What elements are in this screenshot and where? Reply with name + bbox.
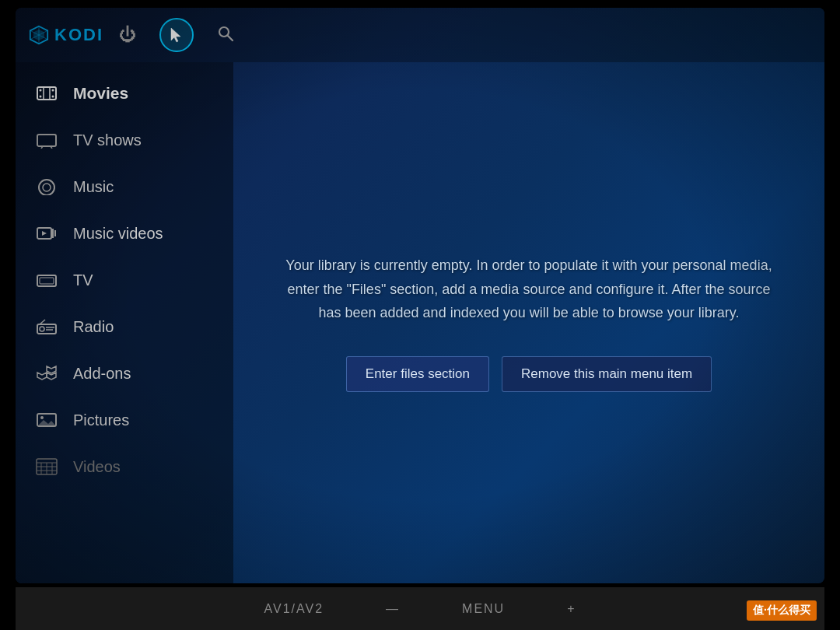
kodi-logo-icon	[28, 24, 50, 46]
movies-icon	[34, 81, 59, 106]
tv-btn-menu[interactable]: MENU	[462, 602, 505, 616]
music-icon	[34, 174, 59, 199]
videos-icon	[34, 454, 59, 479]
svg-point-10	[40, 96, 42, 98]
svg-marker-30	[37, 420, 56, 426]
cursor-icon	[168, 26, 185, 44]
svg-point-11	[52, 89, 54, 92]
tv-shows-label: TV shows	[73, 131, 142, 149]
sidebar-item-tv-shows[interactable]: TV shows	[16, 117, 233, 163]
movies-label: Movies	[73, 84, 128, 103]
radio-label: Radio	[73, 318, 114, 336]
action-buttons-container: Enter files section Remove this main men…	[346, 356, 712, 392]
sidebar-item-music[interactable]: Music	[16, 163, 233, 210]
tv-bottom-bar: AV1/AV2 — MENU +	[16, 587, 824, 630]
svg-point-12	[52, 96, 54, 98]
svg-rect-15	[37, 135, 56, 146]
svg-rect-23	[40, 278, 54, 284]
sidebar-item-radio[interactable]: Radio	[16, 303, 233, 350]
kodi-text: KODI	[54, 25, 103, 45]
tv-btn-plus[interactable]: +	[567, 602, 576, 616]
top-icons: ⏻	[119, 18, 234, 52]
remove-menu-item-button[interactable]: Remove this main menu item	[502, 356, 712, 392]
tv-shows-icon	[34, 128, 59, 152]
library-empty-message: Your library is currently empty. In orde…	[280, 254, 778, 325]
tv-icon	[34, 268, 59, 292]
pictures-icon	[34, 408, 59, 432]
sidebar-item-movies[interactable]: Movies	[16, 70, 233, 117]
screen: KODI ⏻	[16, 8, 824, 583]
kodi-logo: KODI	[28, 24, 103, 46]
home-button[interactable]	[159, 18, 194, 52]
sidebar-item-videos[interactable]: Videos	[16, 443, 233, 490]
videos-label: Videos	[73, 458, 121, 476]
sidebar: Movies TV shows	[16, 62, 233, 583]
main-content: Movies TV shows	[16, 62, 824, 583]
tv-label: TV	[73, 271, 93, 289]
tv-btn-av[interactable]: AV1/AV2	[264, 602, 324, 616]
svg-line-7	[228, 35, 233, 40]
music-label: Music	[73, 178, 114, 196]
top-bar: KODI ⏻	[16, 8, 824, 62]
pictures-label: Pictures	[73, 411, 129, 429]
svg-point-25	[40, 327, 44, 331]
radio-icon	[34, 314, 59, 339]
enter-files-button[interactable]: Enter files section	[346, 356, 489, 392]
svg-marker-5	[171, 28, 180, 42]
sidebar-item-tv[interactable]: TV	[16, 257, 233, 303]
content-area: Your library is currently empty. In orde…	[233, 62, 824, 583]
music-videos-icon	[34, 221, 59, 246]
svg-rect-22	[37, 275, 56, 286]
power-button[interactable]: ⏻	[119, 25, 136, 45]
sidebar-item-pictures[interactable]: Pictures	[16, 397, 233, 443]
music-videos-label: Music videos	[73, 225, 163, 243]
svg-point-29	[40, 416, 44, 419]
svg-point-9	[40, 89, 42, 92]
search-icon	[217, 25, 234, 42]
svg-rect-8	[37, 87, 56, 100]
add-ons-icon	[34, 361, 59, 386]
watermark: 值·什么得买	[747, 600, 817, 621]
tv-btn-dash: —	[386, 602, 400, 616]
search-button[interactable]	[217, 25, 234, 46]
sidebar-item-music-videos[interactable]: Music videos	[16, 210, 233, 257]
svg-marker-19	[42, 231, 47, 236]
add-ons-label: Add-ons	[73, 365, 131, 383]
sidebar-item-add-ons[interactable]: Add-ons	[16, 350, 233, 397]
